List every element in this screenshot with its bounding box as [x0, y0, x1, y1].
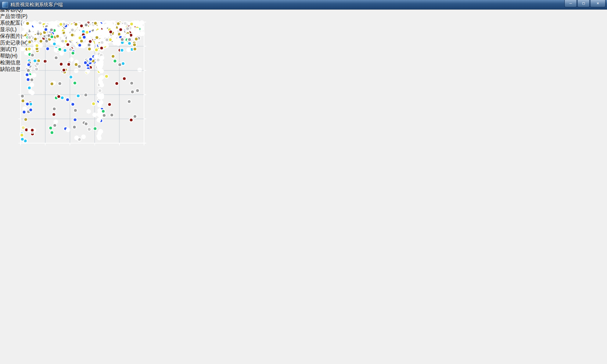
defect-point: [98, 103, 101, 107]
defect-point: [22, 37, 26, 41]
defect-point: [26, 102, 29, 106]
defect-point: [129, 118, 133, 122]
defect-point: [98, 68, 102, 72]
defect-point: [53, 24, 57, 28]
defect-point: [50, 35, 54, 39]
defect-point: [100, 56, 104, 60]
defect-point: [89, 58, 93, 61]
defect-point: [78, 43, 82, 47]
defect-point: [39, 44, 42, 47]
defect-point: [85, 30, 89, 34]
defect-point: [133, 114, 137, 118]
defect-point: [120, 48, 124, 52]
defect-point: [94, 21, 97, 25]
defect-point: [52, 113, 56, 116]
defect-point: [27, 63, 30, 66]
defect-point: [80, 24, 83, 28]
defect-point: [58, 82, 62, 85]
defect-point: [35, 44, 39, 48]
defect-point: [89, 25, 93, 29]
defect-point: [130, 22, 133, 26]
defect-point: [66, 43, 70, 47]
defect-point: [30, 78, 34, 82]
defect-point: [30, 28, 34, 31]
defect-point: [101, 109, 105, 113]
defect-point: [31, 32, 35, 36]
defect-point: [26, 78, 30, 81]
defect-point: [121, 38, 124, 41]
defect-point: [122, 32, 125, 36]
defect-point: [65, 31, 69, 34]
defect-point: [133, 47, 137, 51]
defect-point: [138, 23, 142, 27]
defect-point: [98, 89, 102, 92]
defect-point: [71, 28, 74, 32]
defect-point: [29, 108, 33, 112]
app-window: 精质视觉检测系统客户端 — ▢ ✕ 检测(I)服务器(Q)产品管理(P)系统配置…: [0, 0, 607, 364]
defect-point: [26, 22, 29, 25]
defect-point: [127, 41, 131, 45]
defect-point: [53, 42, 56, 46]
close-button[interactable]: ✕: [590, 0, 606, 7]
defect-point: [126, 34, 130, 37]
defect-point: [136, 32, 140, 35]
defect-point: [44, 28, 48, 32]
defect-point: [69, 48, 72, 51]
defect-point: [74, 22, 78, 26]
defect-point: [102, 25, 105, 28]
defect-point: [60, 43, 63, 46]
defect-point: [119, 28, 123, 32]
defect-point: [82, 35, 86, 39]
defect-point: [28, 47, 31, 51]
defect-point: [30, 83, 34, 87]
defect-point: [33, 23, 37, 27]
defect-point: [97, 134, 101, 138]
defect-point: [93, 26, 97, 30]
minimize-button[interactable]: —: [564, 0, 577, 7]
defect-point: [67, 37, 71, 40]
defect-point: [126, 27, 129, 30]
defect-point: [21, 47, 24, 51]
defect-point: [46, 47, 50, 51]
defect-point: [108, 22, 111, 26]
scatter-plot: [21, 22, 144, 143]
defect-point: [26, 69, 30, 72]
defect-point: [53, 124, 57, 127]
defect-point: [123, 22, 127, 25]
defect-point: [33, 37, 37, 41]
defect-point: [95, 48, 98, 52]
defect-point: [133, 43, 136, 47]
defect-point: [134, 37, 138, 41]
defect-point: [114, 32, 118, 36]
defect-point: [96, 58, 100, 62]
defect-point: [87, 43, 91, 47]
defect-point: [99, 81, 103, 84]
defect-point: [92, 102, 96, 106]
restore-button[interactable]: ▢: [577, 0, 590, 7]
defect-point: [56, 34, 60, 38]
defect-point: [100, 46, 104, 50]
defect-point: [36, 32, 40, 36]
defect-point: [122, 77, 126, 80]
window-title: 精质视觉检测系统客户端: [10, 1, 63, 8]
defect-point: [127, 48, 130, 52]
defect-point: [22, 25, 26, 28]
app-icon: [2, 2, 8, 8]
defect-point: [30, 91, 34, 95]
defect-point: [39, 28, 43, 31]
defect-point: [84, 23, 88, 27]
defect-point: [109, 30, 112, 34]
defect-point: [58, 30, 62, 34]
defect-point: [30, 128, 34, 132]
defect-point: [84, 61, 87, 65]
defect-point: [20, 133, 24, 137]
defect-point: [127, 100, 131, 103]
menu-item-3[interactable]: 产品管理(P): [0, 13, 607, 20]
defect-point: [103, 34, 106, 37]
defect-point: [100, 94, 104, 97]
title-bar: 精质视觉检测系统客户端 — ▢ ✕: [0, 0, 607, 10]
defect-point: [80, 39, 83, 43]
defect-point: [71, 33, 74, 37]
defect-point: [21, 138, 24, 141]
defect-point: [49, 126, 53, 130]
